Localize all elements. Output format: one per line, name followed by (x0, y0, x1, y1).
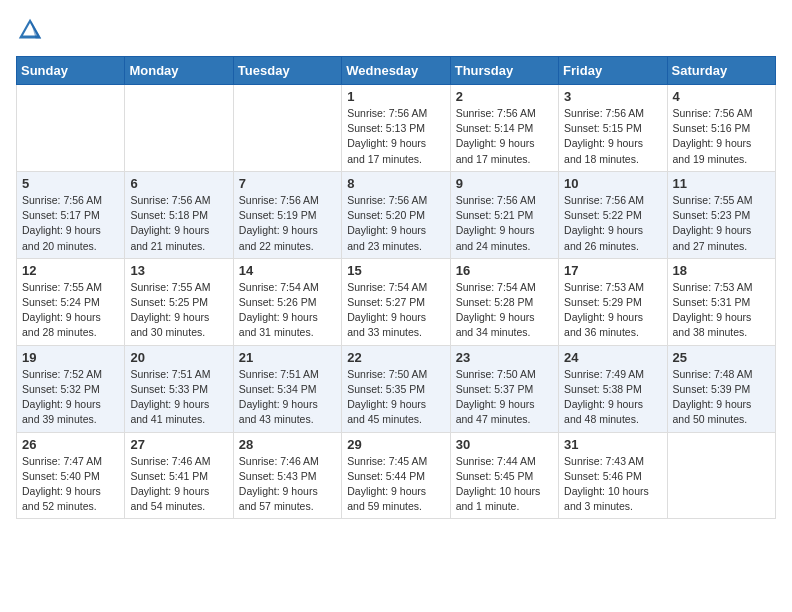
day-info: Sunrise: 7:47 AM Sunset: 5:40 PM Dayligh… (22, 454, 119, 515)
day-info: Sunrise: 7:56 AM Sunset: 5:15 PM Dayligh… (564, 106, 661, 167)
calendar-cell (17, 85, 125, 172)
logo-icon (16, 16, 44, 44)
calendar-cell: 1Sunrise: 7:56 AM Sunset: 5:13 PM Daylig… (342, 85, 450, 172)
day-number: 29 (347, 437, 444, 452)
day-number: 5 (22, 176, 119, 191)
calendar-cell: 27Sunrise: 7:46 AM Sunset: 5:41 PM Dayli… (125, 432, 233, 519)
day-number: 6 (130, 176, 227, 191)
calendar-cell: 16Sunrise: 7:54 AM Sunset: 5:28 PM Dayli… (450, 258, 558, 345)
day-number: 12 (22, 263, 119, 278)
day-number: 4 (673, 89, 770, 104)
calendar-cell: 4Sunrise: 7:56 AM Sunset: 5:16 PM Daylig… (667, 85, 775, 172)
calendar-cell: 20Sunrise: 7:51 AM Sunset: 5:33 PM Dayli… (125, 345, 233, 432)
day-number: 10 (564, 176, 661, 191)
day-number: 7 (239, 176, 336, 191)
day-info: Sunrise: 7:48 AM Sunset: 5:39 PM Dayligh… (673, 367, 770, 428)
day-number: 24 (564, 350, 661, 365)
calendar-cell (125, 85, 233, 172)
weekday-header: Friday (559, 57, 667, 85)
day-info: Sunrise: 7:43 AM Sunset: 5:46 PM Dayligh… (564, 454, 661, 515)
day-info: Sunrise: 7:56 AM Sunset: 5:18 PM Dayligh… (130, 193, 227, 254)
day-info: Sunrise: 7:55 AM Sunset: 5:25 PM Dayligh… (130, 280, 227, 341)
day-info: Sunrise: 7:56 AM Sunset: 5:21 PM Dayligh… (456, 193, 553, 254)
calendar-cell (667, 432, 775, 519)
day-number: 9 (456, 176, 553, 191)
day-number: 23 (456, 350, 553, 365)
day-number: 16 (456, 263, 553, 278)
day-info: Sunrise: 7:54 AM Sunset: 5:28 PM Dayligh… (456, 280, 553, 341)
day-info: Sunrise: 7:55 AM Sunset: 5:23 PM Dayligh… (673, 193, 770, 254)
day-info: Sunrise: 7:49 AM Sunset: 5:38 PM Dayligh… (564, 367, 661, 428)
day-info: Sunrise: 7:53 AM Sunset: 5:31 PM Dayligh… (673, 280, 770, 341)
day-number: 26 (22, 437, 119, 452)
calendar-table: SundayMondayTuesdayWednesdayThursdayFrid… (16, 56, 776, 519)
calendar-header-row: SundayMondayTuesdayWednesdayThursdayFrid… (17, 57, 776, 85)
calendar-cell: 13Sunrise: 7:55 AM Sunset: 5:25 PM Dayli… (125, 258, 233, 345)
calendar-cell: 22Sunrise: 7:50 AM Sunset: 5:35 PM Dayli… (342, 345, 450, 432)
day-number: 30 (456, 437, 553, 452)
day-info: Sunrise: 7:55 AM Sunset: 5:24 PM Dayligh… (22, 280, 119, 341)
calendar-cell: 11Sunrise: 7:55 AM Sunset: 5:23 PM Dayli… (667, 171, 775, 258)
calendar-cell: 9Sunrise: 7:56 AM Sunset: 5:21 PM Daylig… (450, 171, 558, 258)
day-number: 20 (130, 350, 227, 365)
day-info: Sunrise: 7:54 AM Sunset: 5:26 PM Dayligh… (239, 280, 336, 341)
calendar-cell: 25Sunrise: 7:48 AM Sunset: 5:39 PM Dayli… (667, 345, 775, 432)
calendar-cell: 15Sunrise: 7:54 AM Sunset: 5:27 PM Dayli… (342, 258, 450, 345)
day-info: Sunrise: 7:56 AM Sunset: 5:22 PM Dayligh… (564, 193, 661, 254)
day-info: Sunrise: 7:54 AM Sunset: 5:27 PM Dayligh… (347, 280, 444, 341)
calendar-week-row: 26Sunrise: 7:47 AM Sunset: 5:40 PM Dayli… (17, 432, 776, 519)
calendar-cell: 7Sunrise: 7:56 AM Sunset: 5:19 PM Daylig… (233, 171, 341, 258)
calendar-cell: 8Sunrise: 7:56 AM Sunset: 5:20 PM Daylig… (342, 171, 450, 258)
day-number: 13 (130, 263, 227, 278)
day-number: 8 (347, 176, 444, 191)
day-info: Sunrise: 7:51 AM Sunset: 5:34 PM Dayligh… (239, 367, 336, 428)
calendar-week-row: 12Sunrise: 7:55 AM Sunset: 5:24 PM Dayli… (17, 258, 776, 345)
calendar-cell: 12Sunrise: 7:55 AM Sunset: 5:24 PM Dayli… (17, 258, 125, 345)
day-info: Sunrise: 7:53 AM Sunset: 5:29 PM Dayligh… (564, 280, 661, 341)
day-number: 18 (673, 263, 770, 278)
calendar-cell: 23Sunrise: 7:50 AM Sunset: 5:37 PM Dayli… (450, 345, 558, 432)
calendar-cell (233, 85, 341, 172)
weekday-header: Saturday (667, 57, 775, 85)
page-header (16, 16, 776, 44)
calendar-cell: 24Sunrise: 7:49 AM Sunset: 5:38 PM Dayli… (559, 345, 667, 432)
calendar-cell: 6Sunrise: 7:56 AM Sunset: 5:18 PM Daylig… (125, 171, 233, 258)
weekday-header: Thursday (450, 57, 558, 85)
day-info: Sunrise: 7:56 AM Sunset: 5:17 PM Dayligh… (22, 193, 119, 254)
calendar-cell: 2Sunrise: 7:56 AM Sunset: 5:14 PM Daylig… (450, 85, 558, 172)
day-number: 1 (347, 89, 444, 104)
day-number: 11 (673, 176, 770, 191)
calendar-cell: 31Sunrise: 7:43 AM Sunset: 5:46 PM Dayli… (559, 432, 667, 519)
day-number: 19 (22, 350, 119, 365)
day-info: Sunrise: 7:56 AM Sunset: 5:20 PM Dayligh… (347, 193, 444, 254)
day-info: Sunrise: 7:56 AM Sunset: 5:14 PM Dayligh… (456, 106, 553, 167)
day-info: Sunrise: 7:56 AM Sunset: 5:13 PM Dayligh… (347, 106, 444, 167)
calendar-cell: 26Sunrise: 7:47 AM Sunset: 5:40 PM Dayli… (17, 432, 125, 519)
day-number: 17 (564, 263, 661, 278)
calendar-cell: 30Sunrise: 7:44 AM Sunset: 5:45 PM Dayli… (450, 432, 558, 519)
day-info: Sunrise: 7:46 AM Sunset: 5:41 PM Dayligh… (130, 454, 227, 515)
day-info: Sunrise: 7:51 AM Sunset: 5:33 PM Dayligh… (130, 367, 227, 428)
weekday-header: Tuesday (233, 57, 341, 85)
calendar-cell: 3Sunrise: 7:56 AM Sunset: 5:15 PM Daylig… (559, 85, 667, 172)
calendar-cell: 10Sunrise: 7:56 AM Sunset: 5:22 PM Dayli… (559, 171, 667, 258)
day-info: Sunrise: 7:52 AM Sunset: 5:32 PM Dayligh… (22, 367, 119, 428)
calendar-cell: 14Sunrise: 7:54 AM Sunset: 5:26 PM Dayli… (233, 258, 341, 345)
day-info: Sunrise: 7:56 AM Sunset: 5:16 PM Dayligh… (673, 106, 770, 167)
day-number: 21 (239, 350, 336, 365)
day-number: 31 (564, 437, 661, 452)
calendar-cell: 5Sunrise: 7:56 AM Sunset: 5:17 PM Daylig… (17, 171, 125, 258)
day-info: Sunrise: 7:50 AM Sunset: 5:37 PM Dayligh… (456, 367, 553, 428)
weekday-header: Monday (125, 57, 233, 85)
day-number: 27 (130, 437, 227, 452)
day-info: Sunrise: 7:44 AM Sunset: 5:45 PM Dayligh… (456, 454, 553, 515)
day-number: 28 (239, 437, 336, 452)
day-number: 22 (347, 350, 444, 365)
calendar-cell: 19Sunrise: 7:52 AM Sunset: 5:32 PM Dayli… (17, 345, 125, 432)
logo (16, 16, 48, 44)
calendar-week-row: 5Sunrise: 7:56 AM Sunset: 5:17 PM Daylig… (17, 171, 776, 258)
day-number: 2 (456, 89, 553, 104)
calendar-cell: 29Sunrise: 7:45 AM Sunset: 5:44 PM Dayli… (342, 432, 450, 519)
calendar-week-row: 1Sunrise: 7:56 AM Sunset: 5:13 PM Daylig… (17, 85, 776, 172)
day-info: Sunrise: 7:45 AM Sunset: 5:44 PM Dayligh… (347, 454, 444, 515)
